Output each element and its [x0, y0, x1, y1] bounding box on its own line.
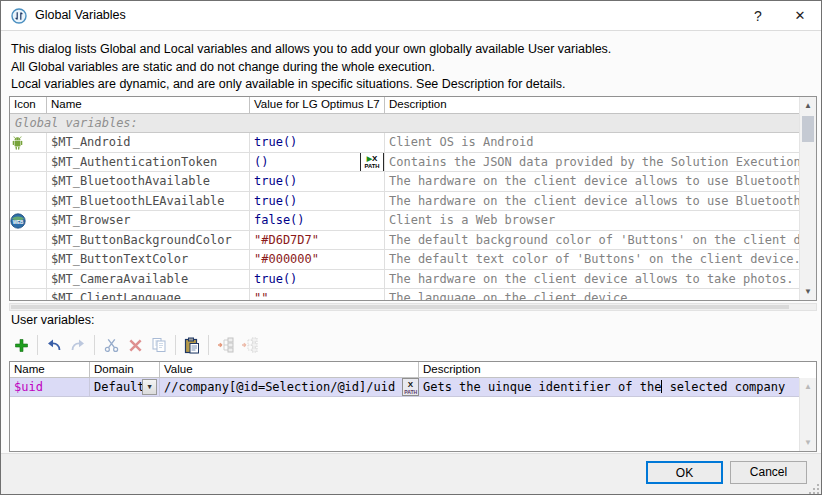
- variable-value[interactable]: true(): [250, 270, 385, 289]
- close-button[interactable]: ✕: [783, 1, 817, 31]
- variable-value[interactable]: false(): [250, 211, 385, 230]
- toolbar-separator: [175, 335, 176, 355]
- variable-value[interactable]: true(): [250, 172, 385, 191]
- global-table-header: Icon Name Value for LG Optimus L7 Descri…: [10, 97, 799, 114]
- variable-icon-cell: [10, 231, 47, 250]
- global-variable-row[interactable]: $MT_BluetoothLEAvailable true() The hard…: [10, 192, 799, 212]
- dialog-title: Global Variables: [35, 8, 126, 22]
- scrollbar-thumb[interactable]: [11, 305, 789, 309]
- variable-name: $MT_ButtonBackgroundColor: [47, 231, 250, 250]
- variable-icon-cell: [10, 153, 47, 172]
- global-variable-row[interactable]: $MT_CameraAvailable true() The hardware …: [10, 270, 799, 290]
- variable-value[interactable]: true(): [250, 192, 385, 211]
- global-table-vertical-scrollbar[interactable]: ▲ ▼: [799, 97, 816, 300]
- delete-button[interactable]: [123, 333, 147, 357]
- scroll-up-arrow-icon[interactable]: ▲: [800, 379, 816, 394]
- copy-button[interactable]: [147, 333, 171, 357]
- variable-icon-cell: WEB: [10, 211, 47, 230]
- global-variable-row[interactable]: $MT_ButtonTextColor "#000000" The defaul…: [10, 250, 799, 270]
- global-variable-row[interactable]: $MT_ClientLanguage "" The language on th…: [10, 289, 799, 301]
- undo-button[interactable]: [42, 333, 66, 357]
- variable-description: Client OS is Android: [385, 133, 799, 152]
- user-variable-row[interactable]: $uid Default ▼ //company[@id=Selection/@…: [10, 378, 799, 397]
- column-header-value[interactable]: Value for LG Optimus L7: [250, 97, 385, 113]
- toolbar-separator: [94, 335, 95, 355]
- dialog-variables-icon: [11, 8, 27, 24]
- variable-value[interactable]: "#D6D7D7": [250, 231, 385, 250]
- help-button[interactable]: ?: [741, 1, 775, 31]
- resize-grip[interactable]: [806, 481, 819, 494]
- svg-text:WEB: WEB: [13, 220, 24, 225]
- global-variables-table: Icon Name Value for LG Optimus L7 Descri…: [9, 96, 817, 301]
- domain-select[interactable]: Default ▼: [90, 378, 160, 396]
- xpath-expression: //company[@id=Selection/@id]/uid: [164, 380, 395, 394]
- column-header-name[interactable]: Name: [47, 97, 250, 113]
- toolbar-separator: [37, 335, 38, 355]
- variable-value[interactable]: true(): [250, 133, 385, 152]
- paste-button[interactable]: [180, 333, 204, 357]
- scrollbar-thumb[interactable]: [802, 116, 814, 142]
- variable-name: $MT_ClientLanguage: [47, 289, 250, 301]
- insert-child-button[interactable]: [213, 333, 237, 357]
- footer-bar: OK Cancel: [1, 453, 821, 495]
- scroll-down-arrow-icon[interactable]: ▼: [800, 284, 816, 299]
- user-variables-label: User variables:: [11, 313, 94, 327]
- user-variable-value[interactable]: //company[@id=Selection/@id]/uid X PATH: [160, 378, 419, 396]
- global-variables-dialog: Global Variables ? ✕ This dialog lists G…: [0, 0, 822, 495]
- toolbar-separator: [208, 335, 209, 355]
- global-variables-group-row: Global variables:: [10, 114, 799, 133]
- variable-name: $MT_BluetoothAvailable: [47, 172, 250, 191]
- intro-line-2: All Global variables are static and do n…: [11, 59, 611, 77]
- user-table-vertical-scrollbar[interactable]: ▲ ▼: [799, 378, 816, 451]
- browser-icon: WEB: [10, 213, 46, 229]
- global-rows-container: $MT_Android true() Client OS is Android …: [10, 133, 799, 301]
- add-variable-button[interactable]: [9, 333, 33, 357]
- column-header-name[interactable]: Name: [10, 362, 90, 377]
- intro-line-1: This dialog lists Global and Local varia…: [11, 41, 611, 59]
- variable-value[interactable]: "": [250, 289, 385, 301]
- variable-name: $MT_ButtonTextColor: [47, 250, 250, 269]
- variable-value[interactable]: "#000000": [250, 250, 385, 269]
- domain-value: Default: [94, 380, 145, 394]
- column-header-icon[interactable]: Icon: [10, 97, 47, 113]
- scroll-down-arrow-icon[interactable]: ▼: [800, 435, 816, 450]
- cancel-button[interactable]: Cancel: [730, 461, 807, 484]
- column-header-description[interactable]: Description: [385, 97, 799, 113]
- redo-button[interactable]: [66, 333, 90, 357]
- edit-xpath-button[interactable]: X PATH: [402, 378, 419, 396]
- column-header-value[interactable]: Value: [160, 362, 419, 377]
- variable-icon-cell: [10, 172, 47, 191]
- variable-description: Contains the JSON data provided by the S…: [385, 153, 799, 172]
- title-bar[interactable]: Global Variables ? ✕: [1, 1, 821, 31]
- variable-icon-cell: [10, 270, 47, 289]
- global-table-horizontal-scrollbar[interactable]: [9, 303, 817, 311]
- column-header-description[interactable]: Description: [419, 362, 799, 377]
- variable-name: $MT_AuthenticationToken: [47, 153, 250, 172]
- global-variable-row[interactable]: $MT_Android true() Client OS is Android: [10, 133, 799, 153]
- global-variable-row[interactable]: $MT_ButtonBackgroundColor "#D6D7D7" The …: [10, 231, 799, 251]
- edit-xpath-button[interactable]: ▶XPATH: [360, 153, 384, 172]
- android-icon: [10, 135, 46, 151]
- global-variable-row[interactable]: $MT_AuthenticationToken ()▶XPATH Contain…: [10, 153, 799, 173]
- cut-button[interactable]: [99, 333, 123, 357]
- variable-description: The default text color of 'Buttons' on t…: [385, 250, 799, 269]
- append-child-button[interactable]: [237, 333, 261, 357]
- ok-button[interactable]: OK: [646, 461, 723, 484]
- user-table-header: Name Domain Value Description: [10, 362, 799, 378]
- dialog-description: This dialog lists Global and Local varia…: [11, 41, 611, 94]
- variable-description: The language on the client device.: [385, 289, 799, 301]
- variable-icon-cell: [10, 289, 47, 301]
- description-text-after-caret: selected company: [662, 380, 785, 394]
- variable-value[interactable]: ()▶XPATH: [250, 153, 385, 172]
- variable-description: Client is a Web browser: [385, 211, 799, 230]
- scroll-up-arrow-icon[interactable]: ▲: [800, 98, 816, 113]
- variable-name: $MT_Browser: [47, 211, 250, 230]
- dropdown-arrow-icon[interactable]: ▼: [142, 379, 157, 395]
- global-variable-row[interactable]: WEB $MT_Browser false() Client is a Web …: [10, 211, 799, 231]
- variable-icon-cell: [10, 192, 47, 211]
- column-header-domain[interactable]: Domain: [90, 362, 160, 377]
- user-variable-name[interactable]: $uid: [10, 378, 90, 396]
- user-variable-description-editor[interactable]: Gets the uinque identifier of the select…: [419, 378, 799, 396]
- variable-description: The default background color of 'Buttons…: [385, 231, 799, 250]
- global-variable-row[interactable]: $MT_BluetoothAvailable true() The hardwa…: [10, 172, 799, 192]
